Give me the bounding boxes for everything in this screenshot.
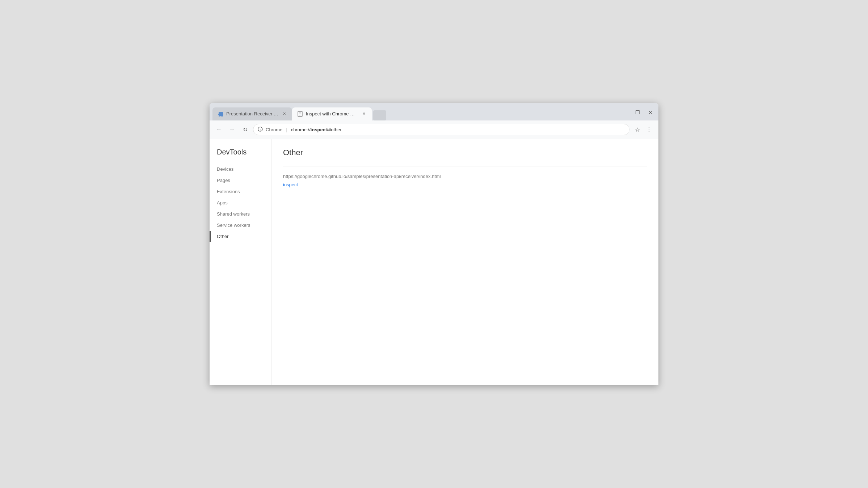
sidebar-title: DevTools — [210, 148, 271, 164]
page-icon — [297, 111, 303, 117]
sidebar-item-pages[interactable]: Pages — [210, 175, 271, 186]
toolbar: ← → ↻ i Chrome | chrome://inspect/#other… — [210, 120, 658, 139]
main-panel: Other https://googlechrome.github.io/sam… — [271, 139, 658, 385]
tab-presentation-title: Presentation Receiver A… — [226, 111, 278, 116]
tab-presentation[interactable]: Presentation Receiver A… ✕ — [212, 107, 292, 120]
sidebar-item-devices[interactable]: Devices — [210, 164, 271, 175]
tab-presentation-close[interactable]: ✕ — [281, 111, 287, 117]
toolbar-actions: ☆ ⋮ — [632, 124, 654, 135]
address-source: Chrome — [266, 127, 282, 132]
new-tab-area — [373, 110, 386, 120]
forward-button[interactable]: → — [227, 124, 237, 135]
address-bar[interactable]: i Chrome | chrome://inspect/#other — [253, 124, 629, 135]
url-prefix: chrome:// — [291, 127, 311, 132]
sidebar-item-apps-label: Apps — [217, 200, 228, 205]
puzzle-icon — [218, 111, 223, 117]
address-url: chrome://inspect/#other — [291, 127, 625, 132]
section-divider — [283, 166, 647, 166]
forward-icon: → — [229, 126, 235, 133]
sidebar-item-apps[interactable]: Apps — [210, 197, 271, 208]
star-icon: ☆ — [635, 126, 640, 133]
bookmark-button[interactable]: ☆ — [632, 124, 642, 135]
tab-inspect-title: Inspect with Chrome Dev… — [306, 111, 358, 116]
address-separator: | — [286, 127, 287, 132]
title-bar: Presentation Receiver A… ✕ Inspect with … — [210, 103, 658, 120]
sidebar-item-service-workers-label: Service workers — [217, 222, 250, 228]
back-button[interactable]: ← — [214, 124, 224, 135]
reload-button[interactable]: ↻ — [240, 124, 250, 135]
sidebar-item-pages-label: Pages — [217, 178, 230, 183]
content-area: DevTools Devices Pages Extensions Apps S… — [210, 139, 658, 385]
restore-button[interactable]: ❐ — [632, 107, 642, 118]
sidebar-item-extensions[interactable]: Extensions — [210, 186, 271, 197]
window-controls: — ❐ ✕ — [619, 107, 656, 120]
more-button[interactable]: ⋮ — [644, 124, 654, 135]
minimize-button[interactable]: — — [619, 107, 629, 118]
sidebar: DevTools Devices Pages Extensions Apps S… — [210, 139, 271, 385]
target-url: https://googlechrome.github.io/samples/p… — [283, 174, 647, 179]
tab-inspect[interactable]: Inspect with Chrome Dev… ✕ — [292, 107, 372, 120]
page-title: Other — [283, 148, 647, 157]
svg-text:i: i — [260, 128, 261, 131]
secure-icon: i — [258, 127, 263, 133]
back-icon: ← — [216, 126, 222, 133]
sidebar-item-service-workers[interactable]: Service workers — [210, 220, 271, 231]
tab-inspect-close[interactable]: ✕ — [361, 111, 367, 117]
sidebar-item-extensions-label: Extensions — [217, 189, 240, 194]
tab-strip: Presentation Receiver A… ✕ Inspect with … — [212, 107, 616, 120]
url-bold: inspect — [311, 127, 327, 132]
sidebar-item-other[interactable]: Other — [210, 231, 271, 242]
close-button[interactable]: ✕ — [645, 107, 656, 118]
browser-window: Presentation Receiver A… ✕ Inspect with … — [210, 103, 658, 385]
inspect-link[interactable]: inspect — [283, 182, 298, 187]
sidebar-item-shared-workers[interactable]: Shared workers — [210, 208, 271, 220]
reload-icon: ↻ — [243, 126, 248, 133]
url-suffix: /#other — [327, 127, 341, 132]
sidebar-item-shared-workers-label: Shared workers — [217, 211, 250, 217]
sidebar-item-devices-label: Devices — [217, 166, 233, 172]
sidebar-item-other-label: Other — [217, 234, 229, 239]
more-icon: ⋮ — [646, 126, 652, 133]
